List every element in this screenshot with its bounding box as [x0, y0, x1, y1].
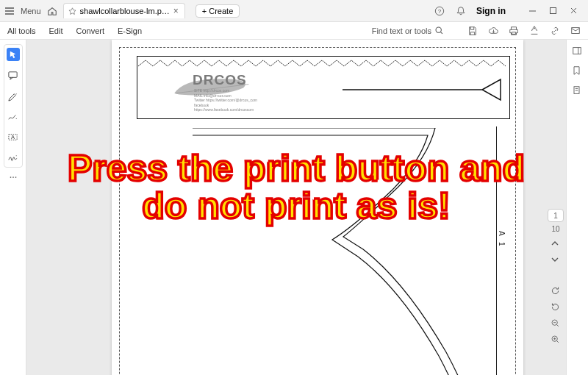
left-toolbar: A [0, 40, 26, 375]
page-navigator: 1 10 [545, 40, 566, 375]
close-window-button[interactable] [563, 3, 584, 19]
page-total: 10 [551, 225, 559, 233]
title-bar: Menu shawlcollarblouse-lm.p… × + Create … [0, 0, 588, 22]
document-canvas[interactable]: DRCOS SITE http://drcos.com MAIL info@dr… [26, 40, 566, 375]
svg-point-6 [16, 93, 17, 94]
more-tools-icon[interactable] [8, 172, 18, 182]
menu-label[interactable]: Menu [21, 7, 41, 15]
zoom-in-icon[interactable] [551, 335, 561, 345]
hamburger-icon[interactable] [4, 6, 15, 16]
home-icon[interactable] [47, 6, 57, 16]
brand-contact: SITE http://drcos.com MAIL info@dr-cos.c… [194, 88, 265, 113]
menu-bar: All tools Edit Convert E-Sign Find text … [0, 22, 588, 40]
cloud-icon[interactable] [488, 26, 498, 36]
comment-tool[interactable] [7, 68, 20, 82]
zoom-out-icon[interactable] [551, 318, 561, 329]
menu-edit[interactable]: Edit [49, 26, 63, 35]
svg-text:A: A [11, 134, 15, 140]
create-button[interactable]: + Create [196, 4, 240, 18]
draw-tool[interactable] [7, 110, 20, 123]
page-down-icon[interactable] [551, 255, 561, 265]
close-tab-icon[interactable]: × [173, 6, 179, 16]
signin-button[interactable]: Sign in [476, 6, 506, 16]
brand-name: DRCOS [193, 72, 247, 88]
help-icon[interactable]: ? [434, 5, 445, 16]
brand-logo: DRCOS SITE http://drcos.com MAIL info@dr… [169, 69, 265, 101]
pdf-page: DRCOS SITE http://drcos.com MAIL info@dr… [112, 40, 523, 375]
svg-point-10 [16, 155, 17, 156]
plus-icon: + [202, 7, 207, 15]
pages-icon[interactable] [572, 85, 583, 96]
sign-tool[interactable] [7, 151, 20, 164]
workspace: A DRCOS SITE http://drcos.com MAIL info@… [0, 40, 588, 375]
svg-point-13 [15, 176, 16, 178]
bookmark-icon[interactable] [572, 65, 583, 76]
page-current[interactable]: 1 [548, 209, 564, 222]
star-icon[interactable] [68, 7, 76, 15]
save-icon[interactable] [467, 26, 478, 36]
highlight-tool[interactable] [7, 89, 20, 102]
share-icon[interactable] [529, 26, 539, 36]
bell-icon[interactable] [455, 5, 466, 16]
pattern-outline [193, 128, 509, 375]
tab-title: shawlcollarblouse-lm.p… [80, 7, 170, 15]
menu-convert[interactable]: Convert [76, 26, 105, 35]
svg-text:?: ? [437, 7, 441, 14]
svg-point-3 [436, 27, 441, 32]
select-tool[interactable] [7, 48, 20, 61]
search-icon[interactable] [434, 26, 444, 35]
find-label[interactable]: Find text or tools [372, 26, 431, 35]
document-tab[interactable]: shawlcollarblouse-lm.p… × [63, 3, 185, 18]
svg-point-7 [16, 118, 17, 118]
minimize-button[interactable] [522, 3, 542, 19]
menu-all-tools[interactable]: All tools [7, 26, 36, 35]
svg-point-12 [12, 176, 14, 178]
direction-arrow [343, 76, 504, 103]
rotate-cw-icon[interactable] [551, 286, 561, 296]
right-panel [566, 40, 588, 375]
svg-rect-2 [550, 8, 556, 14]
link-icon[interactable] [550, 26, 560, 36]
text-tool[interactable]: A [7, 130, 20, 143]
rotate-ccw-icon[interactable] [551, 302, 561, 312]
print-icon[interactable] [509, 26, 519, 36]
page-up-icon[interactable] [551, 239, 561, 249]
svg-rect-14 [573, 48, 581, 54]
panel-toggle-icon[interactable] [572, 46, 583, 57]
zigzag-decoration [138, 59, 506, 68]
mail-icon[interactable] [570, 26, 581, 36]
maximize-button[interactable] [542, 3, 563, 19]
svg-point-11 [10, 176, 11, 178]
svg-rect-5 [9, 71, 17, 77]
menu-esign[interactable]: E-Sign [118, 26, 142, 35]
